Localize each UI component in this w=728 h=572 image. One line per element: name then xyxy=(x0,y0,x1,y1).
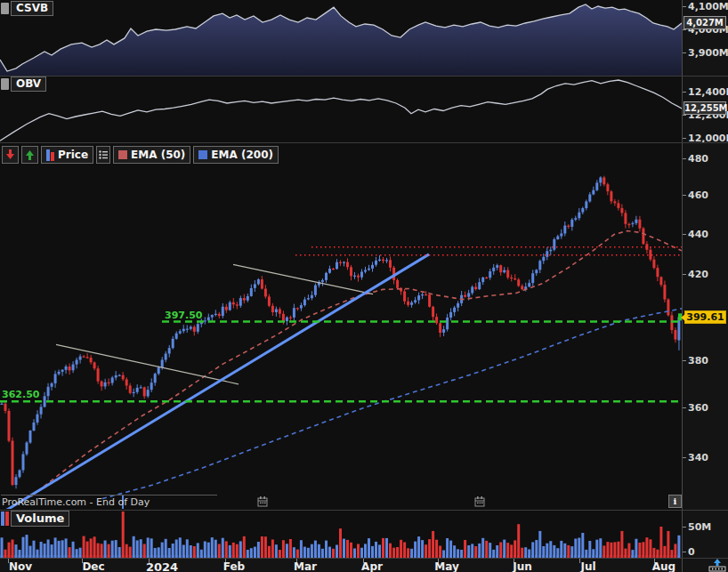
x-axis-month-label: Feb xyxy=(223,560,245,572)
calendar-icon[interactable] xyxy=(257,496,268,507)
axis-tick xyxy=(683,92,686,93)
axis-tick xyxy=(683,407,686,408)
axis-tick xyxy=(683,195,686,196)
ema50-chip[interactable]: EMA (50) xyxy=(113,146,190,164)
price-candlestick-chart[interactable]: 397.50362.50 xyxy=(0,143,682,509)
price-chip-label: Price xyxy=(58,149,88,161)
panel-grip-icon[interactable] xyxy=(1,3,9,14)
gray-trendline[interactable] xyxy=(56,344,239,384)
move-panel-down-button[interactable] xyxy=(2,146,19,164)
axis-tick xyxy=(683,360,686,361)
volume-panel-label[interactable]: Volume xyxy=(11,511,69,527)
info-icon[interactable]: i xyxy=(668,495,682,508)
axis-tick-label: 340 xyxy=(688,452,708,463)
support-level-label: 362.50 xyxy=(2,389,40,400)
panel-grip-icon[interactable] xyxy=(1,78,9,90)
axis-tick-label: 0 xyxy=(688,546,695,558)
axis-tick-label: 12,400M xyxy=(688,86,728,98)
axis-tick-label: 380 xyxy=(688,355,708,367)
axis-tick-label: 480 xyxy=(688,153,708,165)
watermark: ProRealTime.com - End of Day xyxy=(1,495,217,508)
x-axis-month-label: Mar xyxy=(294,560,317,572)
candlestick-icon xyxy=(46,149,54,161)
axis-tick xyxy=(683,234,686,235)
x-axis-month-label: Aug xyxy=(652,560,675,572)
axis-tick xyxy=(683,6,686,7)
panel-separator xyxy=(0,142,728,143)
x-axis-month-label: 2024 xyxy=(146,560,178,572)
ema200-color-swatch xyxy=(198,150,207,159)
list-icon xyxy=(99,150,108,159)
axis-tick-label: 360 xyxy=(688,402,708,414)
ema50-color-swatch xyxy=(118,150,127,159)
axis-tick xyxy=(683,457,686,458)
ema200-chip[interactable]: EMA (200) xyxy=(193,146,279,164)
x-axis-month-label: Jul xyxy=(580,560,595,572)
axis-tick xyxy=(683,115,686,116)
volume-bar xyxy=(122,512,125,558)
axis-tick xyxy=(683,552,686,552)
volume-icon xyxy=(1,512,9,526)
obv-panel-label[interactable]: OBV xyxy=(11,77,46,92)
axis-tick-label: 3,900M xyxy=(688,47,728,59)
csvb-panel-label[interactable]: CSVB xyxy=(11,1,53,16)
time-axis[interactable]: NovDec2024FebMarAprMayJunJulAug xyxy=(0,559,682,572)
calendar-icon[interactable] xyxy=(474,496,485,507)
axis-tick-label: 50M xyxy=(688,521,711,533)
panel-separator xyxy=(0,510,728,511)
x-axis-month-label: Dec xyxy=(82,560,104,572)
volume-bar xyxy=(517,524,520,558)
panel-separator xyxy=(0,558,728,559)
obv-line-chart[interactable] xyxy=(0,77,682,142)
volume-bar xyxy=(659,527,662,558)
support-level-label: 397.50 xyxy=(165,310,203,321)
ema200-chip-label: EMA (200) xyxy=(211,149,273,161)
axis-tick xyxy=(683,158,686,159)
axis-tick xyxy=(683,274,686,275)
red-down-arrow-icon xyxy=(5,149,15,160)
price-panel-toolbar: Price EMA (50) EMA (200) xyxy=(2,146,279,164)
last-price-tag: 399.61 xyxy=(684,310,726,324)
indicator-list-button[interactable] xyxy=(96,146,110,164)
ema-line[interactable] xyxy=(102,309,682,499)
scrollbar-expand-icon[interactable] xyxy=(708,559,727,572)
value-axis[interactable]: 4,027M 12,255M 399.61 4,100M4,000M3,900M… xyxy=(682,0,728,572)
axis-tick xyxy=(683,527,686,528)
x-axis-month-label: May xyxy=(434,560,459,572)
obv-current-value: 12,255M xyxy=(684,101,726,115)
x-axis-month-label: Apr xyxy=(361,560,383,572)
ema-line[interactable] xyxy=(31,231,682,497)
ema50-chip-label: EMA (50) xyxy=(131,149,185,161)
x-axis-month-label: Nov xyxy=(9,560,32,572)
volume-bar-chart[interactable] xyxy=(0,511,682,558)
csvb-area-chart[interactable] xyxy=(0,0,682,76)
axis-tick xyxy=(683,29,686,30)
proRealTime-chart-window: 397.50362.50 CSVB OBV Volume xyxy=(0,0,728,572)
move-panel-up-button[interactable] xyxy=(21,146,38,164)
axis-tick-label: 440 xyxy=(688,229,708,240)
axis-tick-label: 420 xyxy=(688,269,708,280)
axis-tick xyxy=(683,52,686,53)
axis-tick-label: 460 xyxy=(688,189,708,201)
price-series-chip[interactable]: Price xyxy=(41,146,93,164)
green-up-arrow-icon xyxy=(25,149,35,160)
axis-tick-label: 4,100M xyxy=(688,1,728,12)
axis-tick xyxy=(683,138,686,139)
panel-separator xyxy=(0,76,728,77)
x-axis-month-label: Jun xyxy=(513,560,532,572)
obv-line xyxy=(0,80,682,141)
csvb-current-value: 4,027M xyxy=(684,16,726,29)
